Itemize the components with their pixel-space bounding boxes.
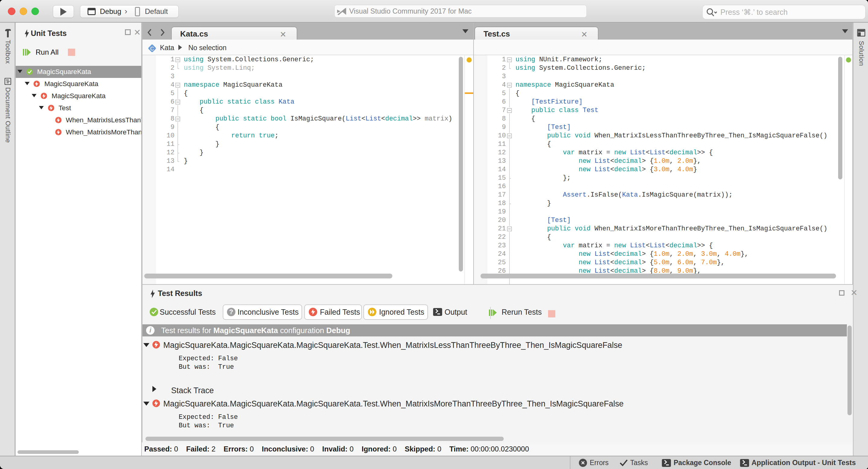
svg-text:C: C xyxy=(150,46,154,52)
